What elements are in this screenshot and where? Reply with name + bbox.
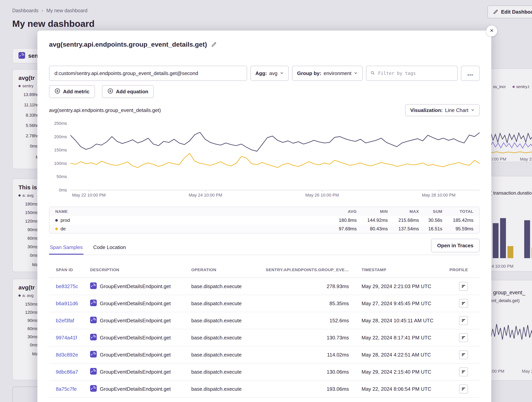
col-max: MAX [388,209,419,214]
profile-button[interactable] [459,350,468,359]
x-axis-label: May 28 10:00 PM [422,193,455,198]
span-description: GroupEventDetailsEndpoint.get [90,385,191,393]
span-operation: base.dispatch.execute [191,301,260,307]
aggregate-value: avg [269,70,278,76]
summary-value: 144.92ms [357,217,388,223]
profile-cell [449,350,480,359]
metric-query-input[interactable] [49,66,247,81]
series-summary-table: NAME AVG MIN MAX SUM TOTAL prod180.8ms14… [49,207,480,234]
search-icon [370,71,375,76]
summary-value: 95.59ms [442,226,473,232]
span-description: GroupEventDetailsEndpoint.get [90,368,191,376]
sentry-icon [90,385,97,393]
span-timestamp: May 22, 2024 8:17:41 PM UTC [349,335,449,341]
plus-circle-icon [55,88,60,95]
profile-icon [461,353,466,357]
add-metric-button[interactable]: Add metric [49,85,95,98]
filter-by-tags-input[interactable] [378,71,453,76]
summary-table-header: NAME AVG MIN MAX SUM TOTAL [50,207,479,216]
table-row: be83275cGroupEventDetailsEndpoint.getbas… [49,278,480,295]
profile-button[interactable] [459,299,468,308]
table-row: b6a911d6GroupEventDetailsEndpoint.getbas… [49,295,480,312]
profile-button[interactable] [459,282,468,291]
col-metric-value: SENTRY.API.ENDPOINTS.GROUP_EVE… [260,267,349,272]
chevron-down-icon [471,107,475,113]
col-avg: AVG [328,209,357,214]
detail-tabs: Span Samples Code Location Open in Trace… [49,244,480,255]
span-description: GroupEventDetailsEndpoint.get [90,351,191,359]
span-operation: base.dispatch.execute [191,386,260,392]
span-metric-value: 114.02ms [260,352,349,358]
span-id-link[interactable]: 9974a41f [56,335,90,341]
add-equation-button[interactable]: Add equation [102,85,154,98]
span-id-link[interactable]: be83275c [56,284,90,290]
table-row: 9974a41fGroupEventDetailsEndpoint.getbas… [49,329,480,346]
aggregate-dropdown[interactable]: Agg: avg [250,66,289,81]
span-samples-table: SPAN ID DESCRIPTION OPERATION SENTRY.API… [49,262,480,398]
groupby-dropdown[interactable]: Group by: environment [292,66,363,81]
span-metric-value: 278.93ms [260,284,349,290]
profile-button[interactable] [459,384,468,393]
profile-icon [461,284,466,289]
open-in-traces-button[interactable]: Open in Traces [431,239,480,252]
span-metric-value: 130.06ms [260,369,349,375]
modal-title: avg(sentry.api.endpoints.group_event_det… [49,41,207,48]
metric-line-chart: 250ms200ms150ms100ms50ms0ms May 22 10:00… [49,123,480,199]
span-operation: base.dispatch.execute [191,318,260,324]
summary-value: 97.69ms [328,226,357,232]
groupby-label: Group by: [297,70,321,76]
sentry-icon [90,300,97,308]
profile-cell [449,367,480,376]
span-id-link[interactable]: b6a911d6 [56,301,90,307]
chart-series-prod [70,132,480,151]
tab-code-location[interactable]: Code Location [92,244,127,255]
summary-series-name: prod [55,217,328,223]
span-metric-value: 85.35ms [260,301,349,307]
span-description-label: GroupEventDetailsEndpoint.get [100,335,171,341]
y-axis-label: 150ms [54,148,67,153]
span-description-label: GroupEventDetailsEndpoint.get [100,318,171,324]
col-total: TOTAL [442,209,473,214]
chevron-down-icon [354,70,358,76]
close-modal-button[interactable] [486,25,497,36]
y-axis-label: 100ms [54,161,67,166]
span-description-label: GroupEventDetailsEndpoint.get [100,301,171,307]
summary-value: 185.42ms [442,217,473,223]
table-row: 8d3c892eGroupEventDetailsEndpoint.getbas… [49,346,480,364]
samples-table-header: SPAN ID DESCRIPTION OPERATION SENTRY.API… [49,262,480,278]
span-id-link[interactable]: 8d3c892e [56,352,90,358]
x-axis-label: May 22 10:00 PM [72,193,106,198]
span-operation: base.dispatch.execute [191,369,260,375]
x-axis-label: May 26 10:00 PM [305,193,339,198]
y-axis-label: 50ms [57,174,67,179]
span-timestamp: May 28, 2024 10:45:11 AM UTC [349,318,449,324]
edit-title-pencil-icon[interactable] [211,42,217,47]
visualization-dropdown[interactable]: Visualization: Line Chart [405,104,480,116]
profile-icon [461,301,466,306]
span-metric-value: 130.73ms [260,335,349,341]
span-id-link[interactable]: 8a75c7fe [56,386,90,392]
span-operation: base.dispatch.execute [191,284,260,290]
profile-button[interactable] [459,367,468,376]
x-axis-label: May 24 10:00 PM [189,193,222,198]
span-id-link[interactable]: b2ef3faf [56,318,90,324]
profile-icon [461,318,466,323]
tab-span-samples[interactable]: Span Samples [49,244,83,255]
plus-circle-icon [108,88,113,95]
overflow-menu-button[interactable]: … [461,66,480,81]
profile-button[interactable] [459,333,468,342]
span-operation: base.dispatch.execute [191,335,260,341]
add-metric-label: Add metric [63,89,89,95]
profile-icon [461,387,466,391]
col-min: MIN [357,209,388,214]
summary-value: 137.54ms [388,226,419,232]
summary-value: 30.56s [419,217,442,223]
summary-row: de97.69ms80.43ms137.54ms16.51s95.59ms [50,224,479,233]
summary-value: 215.68ms [388,217,419,223]
span-timestamp: May 28, 2024 4:22:51 AM UTC [349,352,449,358]
profile-button[interactable] [459,316,468,325]
span-id-link[interactable]: 9dbc86a7 [56,369,90,375]
col-name: NAME [55,209,328,214]
col-sum: SUM [419,209,442,214]
groupby-value: environment [323,70,351,76]
